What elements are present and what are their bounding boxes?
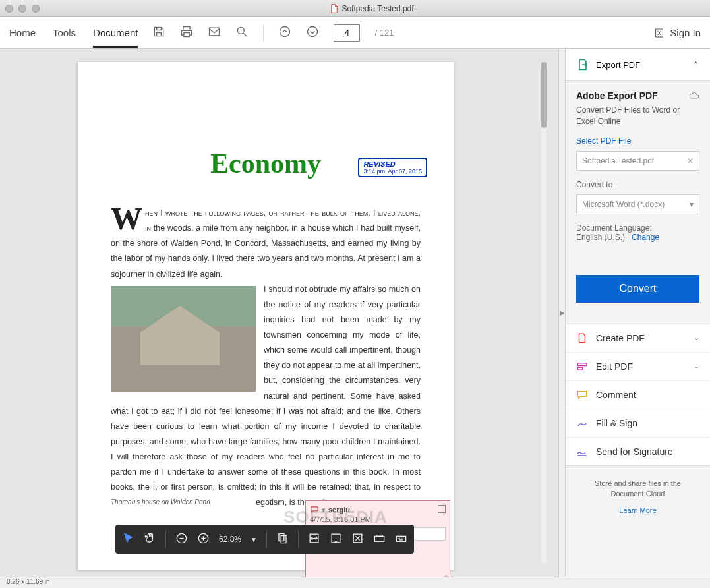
zoom-out-icon[interactable] bbox=[175, 532, 188, 547]
export-title: Adobe Export PDF bbox=[576, 90, 658, 101]
keyboard-icon[interactable] bbox=[395, 532, 407, 547]
convert-to-label: Convert to bbox=[576, 180, 699, 189]
svg-rect-8 bbox=[281, 535, 286, 543]
tool-fill-sign[interactable]: Fill & Sign bbox=[566, 409, 710, 438]
convert-format-select[interactable]: Microsoft Word (*.docx) ▾ bbox=[576, 194, 699, 214]
svg-rect-15 bbox=[577, 367, 583, 370]
page-up-icon[interactable] bbox=[278, 25, 291, 40]
doc-language-label: Document Language: bbox=[576, 223, 652, 233]
traffic-lights bbox=[5, 5, 40, 13]
image-caption: Thoreau's house on Walden Pond bbox=[111, 496, 256, 509]
svg-rect-0 bbox=[210, 28, 220, 36]
svg-point-2 bbox=[280, 27, 290, 37]
svg-rect-14 bbox=[577, 363, 587, 365]
cloud-icon bbox=[689, 90, 699, 101]
status-bar: 8.26 x 11.69 in bbox=[0, 577, 710, 588]
panel-collapse-handle[interactable]: ▶ bbox=[558, 49, 565, 577]
page-down-icon[interactable] bbox=[306, 25, 319, 40]
email-icon[interactable] bbox=[208, 25, 221, 40]
fit-page-icon[interactable] bbox=[276, 532, 289, 547]
zoom-window-button[interactable] bbox=[32, 5, 40, 13]
export-subtitle: Convert PDF Files to Word or Excel Onlin… bbox=[576, 105, 699, 127]
convert-button[interactable]: Convert bbox=[576, 275, 699, 303]
fill-sign-icon bbox=[576, 417, 588, 429]
signin-button[interactable]: Sign In bbox=[670, 27, 701, 38]
chevron-down-icon: ⌄ bbox=[694, 362, 699, 370]
svg-rect-12 bbox=[374, 536, 384, 541]
read-mode-icon[interactable] bbox=[373, 532, 386, 547]
search-icon[interactable] bbox=[235, 25, 249, 40]
revised-stamp[interactable]: REVISED 3:14 pm, Apr 07, 2015 bbox=[358, 158, 427, 177]
fullscreen-icon[interactable] bbox=[351, 532, 364, 547]
svg-rect-10 bbox=[332, 534, 340, 543]
main-toolbar: Home Tools Document / 121 Sign In bbox=[0, 17, 710, 49]
body-text: When I wrote the following pages, or rat… bbox=[111, 206, 421, 511]
walden-house-image bbox=[111, 286, 256, 392]
doc-language-value: English (U.S.) bbox=[576, 233, 625, 242]
page-total: / 121 bbox=[374, 28, 394, 38]
vertical-scrollbar[interactable] bbox=[541, 62, 547, 564]
chevron-down-icon: ⌄ bbox=[694, 334, 699, 342]
learn-more-link[interactable]: Learn More bbox=[579, 505, 697, 516]
signin-icon bbox=[654, 28, 665, 38]
window-titlebar: Softpedia Tested.pdf bbox=[0, 0, 710, 17]
tab-home[interactable]: Home bbox=[9, 27, 36, 38]
svg-rect-13 bbox=[396, 536, 405, 541]
svg-point-1 bbox=[238, 27, 245, 34]
comment-timestamp: 4/7/15, 3:16:01 PM bbox=[310, 515, 446, 523]
resize-handle-icon[interactable]: ◢ bbox=[440, 572, 447, 577]
pdf-page: Economy REVISED 3:14 pm, Apr 07, 2015 Wh… bbox=[78, 62, 454, 570]
tab-document[interactable]: Document bbox=[93, 27, 138, 48]
create-pdf-icon bbox=[576, 332, 588, 344]
export-pdf-header[interactable]: Export PDF ⌃ bbox=[566, 49, 710, 81]
tool-send-signature[interactable]: Send for Signature bbox=[566, 438, 710, 465]
document-viewport[interactable]: Economy REVISED 3:14 pm, Apr 07, 2015 Wh… bbox=[0, 49, 558, 577]
zoom-level[interactable]: 62.8% bbox=[219, 535, 241, 544]
svg-point-3 bbox=[308, 27, 318, 37]
minimize-window-button[interactable] bbox=[18, 5, 26, 13]
floating-toolbar: 62.8% ▼ bbox=[115, 525, 414, 554]
fit-height-icon[interactable] bbox=[330, 532, 342, 547]
window-title: Softpedia Tested.pdf bbox=[341, 4, 413, 13]
save-icon[interactable] bbox=[152, 25, 165, 40]
tool-edit-pdf[interactable]: Edit PDF⌄ bbox=[566, 353, 710, 381]
export-pdf-label: Export PDF bbox=[596, 60, 640, 70]
selected-file-field[interactable]: Softpedia Tested.pdf ✕ bbox=[576, 151, 699, 171]
pdf-file-icon bbox=[330, 4, 338, 13]
svg-rect-7 bbox=[279, 533, 284, 541]
fit-width-icon[interactable] bbox=[308, 532, 320, 547]
zoom-dropdown-icon[interactable]: ▼ bbox=[251, 536, 257, 543]
tab-tools[interactable]: Tools bbox=[53, 27, 76, 38]
send-signature-icon bbox=[576, 446, 588, 457]
chevron-up-icon[interactable]: ⌃ bbox=[692, 60, 699, 70]
select-pdf-link[interactable]: Select PDF File bbox=[576, 136, 699, 146]
chevron-down-icon[interactable]: ▾ bbox=[690, 200, 694, 209]
comment-author: sergiu bbox=[328, 506, 350, 514]
tool-comment[interactable]: Comment bbox=[566, 381, 710, 409]
tool-create-pdf[interactable]: Create PDF⌄ bbox=[566, 324, 710, 353]
right-panel: Export PDF ⌃ Adobe Export PDF Convert PD… bbox=[565, 49, 710, 577]
change-language-link[interactable]: Change bbox=[632, 233, 659, 242]
hand-tool-icon[interactable] bbox=[144, 532, 156, 547]
minimize-comment-icon[interactable] bbox=[438, 505, 446, 513]
cloud-footer-text: Store and share files in the Document Cl… bbox=[595, 479, 681, 498]
page-dimensions: 8.26 x 11.69 in bbox=[7, 578, 50, 585]
page-number-input[interactable] bbox=[334, 24, 360, 42]
zoom-in-icon[interactable] bbox=[197, 532, 210, 547]
select-tool-icon[interactable] bbox=[122, 532, 134, 547]
export-pdf-icon bbox=[576, 58, 589, 71]
print-icon[interactable] bbox=[180, 25, 193, 40]
close-window-button[interactable] bbox=[5, 5, 13, 13]
chevron-down-icon[interactable]: ▾ bbox=[322, 506, 326, 514]
comment-bubble-icon bbox=[310, 505, 319, 514]
comment-icon bbox=[576, 389, 588, 401]
clear-file-icon[interactable]: ✕ bbox=[687, 156, 694, 165]
edit-pdf-icon bbox=[576, 361, 588, 372]
